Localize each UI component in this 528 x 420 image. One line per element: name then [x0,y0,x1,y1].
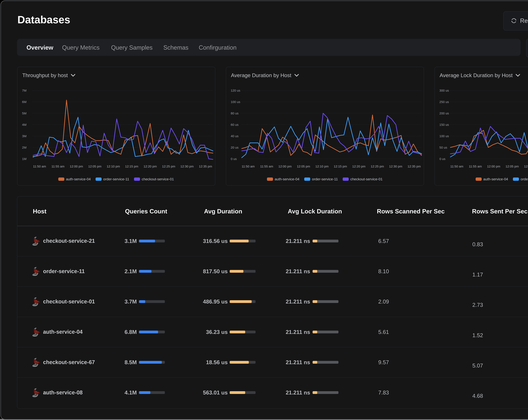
svg-text:11:55 am: 11:55 am [260,165,273,168]
svg-text:100 us: 100 us [231,100,240,104]
svg-text:0 us: 0 us [439,157,445,161]
svg-text:150 us: 150 us [439,123,449,127]
svg-text:12:35 pm: 12:35 pm [408,165,421,168]
svg-text:12:15 pm: 12:15 pm [334,165,347,168]
svg-text:11:50 am: 11:50 am [242,165,255,168]
svg-text:80 us: 80 us [231,112,239,115]
svg-text:200 us: 200 us [439,112,449,115]
svg-text:12:20 pm: 12:20 pm [352,165,365,168]
svg-text:20 us: 20 us [231,146,239,149]
svg-text:11:50 am: 11:50 am [33,165,46,168]
svg-text:300 us: 300 us [439,89,449,92]
svg-text:12:25 pm: 12:25 pm [371,165,384,168]
svg-text:12:25 pm: 12:25 pm [162,165,175,168]
svg-text:12:10 pm: 12:10 pm [107,165,120,168]
svg-text:250 us: 250 us [439,100,449,104]
svg-text:12:10 pm: 12:10 pm [524,165,528,168]
svg-text:100 us: 100 us [439,134,449,138]
svg-text:2M: 2M [22,146,26,149]
svg-text:12:15 pm: 12:15 pm [125,165,138,168]
svg-text:12:05 pm: 12:05 pm [88,165,101,168]
svg-text:40 us: 40 us [231,134,239,138]
svg-text:0 us: 0 us [231,157,237,161]
svg-text:6M: 6M [22,100,26,104]
svg-text:12:20 pm: 12:20 pm [144,165,157,168]
svg-text:12:00 pm: 12:00 pm [278,165,292,168]
svg-text:12:05 pm: 12:05 pm [297,165,310,168]
svg-text:12:00 pm: 12:00 pm [70,165,83,168]
svg-text:12:30 pm: 12:30 pm [180,165,193,168]
svg-text:1M: 1M [22,157,26,161]
svg-text:12:35 pm: 12:35 pm [199,165,212,168]
svg-text:12:10 pm: 12:10 pm [315,165,328,168]
svg-text:4M: 4M [22,123,26,127]
svg-text:7M: 7M [22,89,26,92]
svg-text:60 us: 60 us [231,123,239,127]
svg-text:12:30 pm: 12:30 pm [389,165,402,168]
svg-text:50 us: 50 us [439,146,447,149]
svg-text:11:55 am: 11:55 am [469,165,482,168]
svg-text:12:00 pm: 12:00 pm [487,165,500,168]
svg-text:3M: 3M [22,134,26,138]
svg-text:11:55 am: 11:55 am [51,165,64,168]
svg-text:120 us: 120 us [231,89,240,92]
svg-text:5M: 5M [22,112,26,115]
svg-text:12:05 pm: 12:05 pm [505,165,519,168]
svg-text:11:50 am: 11:50 am [450,165,463,168]
